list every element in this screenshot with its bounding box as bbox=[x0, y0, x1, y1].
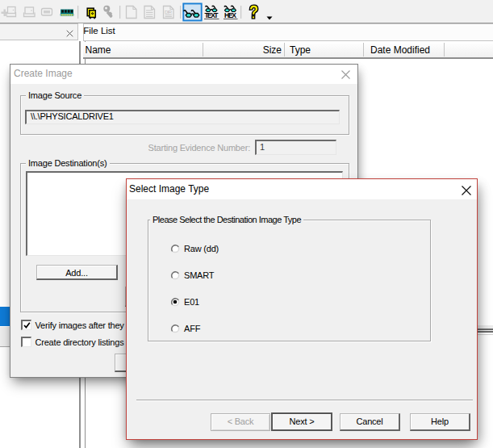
svg-text:TEXT: TEXT bbox=[205, 11, 219, 19]
svg-text:DIR: DIR bbox=[165, 10, 173, 15]
svg-text:HEX: HEX bbox=[224, 11, 236, 19]
